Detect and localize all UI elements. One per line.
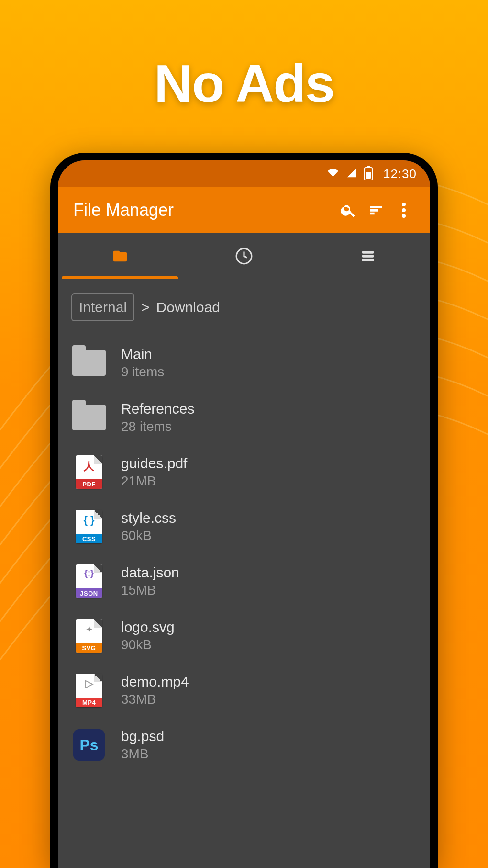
svg-point-2 bbox=[402, 214, 406, 218]
breadcrumb-root[interactable]: Internal bbox=[71, 293, 134, 321]
list-item[interactable]: ✦SVGlogo.svg90kB bbox=[58, 609, 430, 662]
sort-icon[interactable] bbox=[362, 196, 390, 224]
breadcrumb-separator: > bbox=[141, 299, 150, 316]
psd-icon: Ps bbox=[71, 731, 107, 759]
list-item[interactable]: Psbg.psd3MB bbox=[58, 719, 430, 771]
pdf-file-icon: 人PDF bbox=[71, 458, 107, 486]
tab-storage[interactable] bbox=[306, 233, 430, 279]
item-meta: 33MB bbox=[121, 692, 189, 707]
menu-overflow-icon[interactable] bbox=[390, 196, 418, 224]
svg-rect-4 bbox=[362, 255, 374, 257]
item-name: guides.pdf bbox=[121, 455, 187, 472]
item-name: data.json bbox=[121, 564, 179, 581]
tab-files[interactable] bbox=[58, 233, 182, 279]
css-file-icon: { }CSS bbox=[71, 512, 107, 541]
item-name: References bbox=[121, 401, 194, 417]
svg-point-1 bbox=[402, 209, 406, 212]
device-frame: 12:30 File Manager bbox=[50, 153, 438, 868]
wifi-icon bbox=[327, 167, 339, 181]
item-meta: 21MB bbox=[121, 473, 187, 489]
item-name: Main bbox=[121, 346, 164, 362]
mp4-file-icon: ▷MP4 bbox=[71, 676, 107, 705]
battery-icon bbox=[364, 167, 373, 180]
item-meta: 9 items bbox=[121, 364, 164, 380]
svg-file-icon: ✦SVG bbox=[71, 621, 107, 650]
search-icon[interactable] bbox=[334, 196, 362, 224]
json-file-icon: {;}JSON bbox=[71, 567, 107, 596]
item-meta: 60kB bbox=[121, 528, 176, 543]
item-meta: 15MB bbox=[121, 583, 179, 598]
status-time: 12:30 bbox=[383, 167, 417, 181]
promo-headline: No Ads bbox=[154, 53, 334, 114]
item-meta: 28 items bbox=[121, 419, 194, 434]
item-name: style.css bbox=[121, 510, 176, 526]
svg-point-0 bbox=[402, 203, 406, 206]
file-list: Main9 itemsReferences28 items人PDFguides.… bbox=[58, 335, 430, 771]
folder-icon bbox=[71, 349, 107, 377]
svg-rect-5 bbox=[362, 259, 374, 261]
list-item[interactable]: { }CSSstyle.css60kB bbox=[58, 500, 430, 553]
list-item[interactable]: ▷MP4demo.mp433MB bbox=[58, 664, 430, 717]
item-meta: 90kB bbox=[121, 637, 175, 653]
item-name: demo.mp4 bbox=[121, 674, 189, 690]
app-bar: File Manager bbox=[58, 187, 430, 233]
list-item[interactable]: 人PDFguides.pdf21MB bbox=[58, 446, 430, 498]
list-item[interactable]: Main9 items bbox=[58, 337, 430, 389]
status-bar: 12:30 bbox=[58, 160, 430, 187]
item-name: logo.svg bbox=[121, 619, 175, 635]
folder-icon bbox=[71, 403, 107, 432]
app-title: File Manager bbox=[73, 200, 334, 220]
list-item[interactable]: {;}JSONdata.json15MB bbox=[58, 555, 430, 608]
list-item[interactable]: References28 items bbox=[58, 391, 430, 444]
breadcrumb-current: Download bbox=[156, 299, 220, 316]
tab-recent[interactable] bbox=[182, 233, 306, 279]
breadcrumb: Internal > Download bbox=[58, 279, 430, 335]
item-meta: 3MB bbox=[121, 746, 164, 762]
svg-rect-3 bbox=[362, 251, 374, 253]
signal-icon bbox=[346, 167, 357, 181]
item-name: bg.psd bbox=[121, 728, 164, 744]
tab-bar bbox=[58, 233, 430, 279]
